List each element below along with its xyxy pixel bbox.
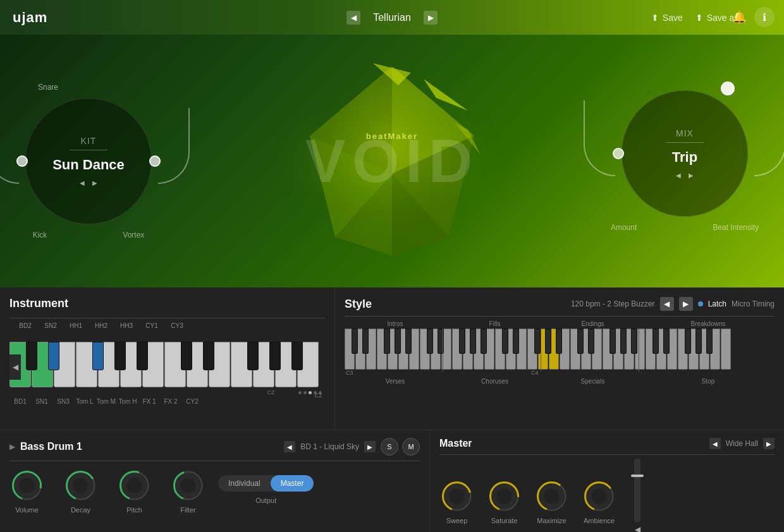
style-section-separator-0 [443,329,443,372]
svg-point-29 [450,489,465,504]
solo-button[interactable]: S [381,438,398,456]
black-key-4[interactable] [114,342,126,370]
output-label: Output [255,497,276,504]
style-section-separator-2 [639,329,639,372]
style-black-key-24[interactable] [609,329,616,354]
reverb-next-button[interactable]: ▶ [763,438,775,449]
output-section: Individual Master Output [218,475,314,504]
style-black-key-15[interactable] [513,329,519,354]
style-black-key-17[interactable] [534,329,541,354]
mute-button[interactable]: M [402,438,420,456]
mix-title: Mix [676,128,694,138]
style-black-key-28[interactable] [652,329,659,354]
right-bottom-labels: Amount Beat Intensity [611,223,759,232]
volume-fader[interactable] [634,459,640,522]
style-black-key-7[interactable] [427,329,433,354]
black-key-12[interactable] [291,342,303,370]
style-black-key-33[interactable] [706,329,713,354]
kit-prev-button[interactable]: ◀ [80,179,85,186]
maximize-knob-item: Maximize [534,479,569,524]
decay-knob[interactable] [63,468,98,503]
style-black-key-31[interactable] [685,329,691,354]
style-black-key-29[interactable] [663,329,670,354]
mix-arc-right [754,100,784,176]
style-keyboard[interactable]: C3C4 [345,329,775,376]
filter-knob[interactable] [171,468,205,503]
decay-label: Decay [71,506,90,514]
black-key-11[interactable] [269,342,281,370]
master-title: Master [439,438,472,449]
info-icon: ℹ [763,11,766,23]
preset-name: Tellurian [367,12,417,23]
style-black-key-4[interactable] [395,329,401,354]
amount-label: Amount [611,223,637,232]
master-toggle-button[interactable]: Master [271,475,314,492]
style-bottom-labels: Verses Choruses Specials Stop [345,378,775,385]
style-black-key-26[interactable] [631,329,637,354]
style-black-key-1[interactable] [362,329,369,354]
mix-next-button[interactable]: ▶ [689,172,694,179]
mix-control[interactable]: Mix Trip ◀ ▶ [622,90,748,217]
style-black-key-10[interactable] [459,329,465,354]
style-white-key-35[interactable] [721,329,731,370]
style-black-key-5[interactable] [405,329,412,354]
black-key-3[interactable] [92,342,104,370]
individual-button[interactable]: Individual [218,475,271,492]
bd-preset-prev[interactable]: ◀ [284,441,295,452]
style-black-key-11[interactable] [470,329,476,354]
c4-note-label: C4 [531,370,539,376]
maximize-knob[interactable] [534,479,569,514]
volume-knob[interactable] [9,468,44,503]
style-black-key-18[interactable] [545,329,551,354]
keyboard-scroll-left[interactable]: ◀ [9,354,21,380]
master-controls-row: Sweep Saturate [439,459,775,532]
style-bpm-next[interactable]: ▶ [679,297,693,311]
key-label-hh3: HH3 [114,322,139,329]
style-black-key-21[interactable] [577,329,584,354]
ambience-knob[interactable] [582,479,616,514]
intros-label: Intros [345,320,446,327]
bass-drum-right: ◀ BD 1 - Liquid Sky ▶ S M [284,438,420,456]
style-black-key-25[interactable] [620,329,627,354]
instrument-keyboard[interactable]: C2◀ [9,342,325,396]
notifications-button[interactable]: 🔔 [729,7,749,27]
preset-next-button[interactable]: ▶ [424,11,438,25]
style-black-key-3[interactable] [384,329,390,354]
pitch-knob[interactable] [117,468,152,503]
style-black-key-19[interactable] [556,329,562,354]
key-label-tom-l: Tom L [74,398,95,405]
sweep-knob[interactable] [439,479,474,514]
black-key-10[interactable] [247,342,259,370]
reverb-prev-button[interactable]: ◀ [709,438,721,449]
c2-note-label: C2 [267,389,274,396]
style-black-key-12[interactable] [481,329,487,354]
black-key-8[interactable] [203,342,214,370]
style-black-key-0[interactable] [352,329,358,354]
key-labels-top: BD2 SN2 HH1 HH2 HH3 CY1 CY3 [9,322,325,329]
info-button[interactable]: ℹ [754,7,775,27]
black-key-0[interactable] [26,342,37,370]
style-bpm-prev[interactable]: ◀ [660,297,674,311]
snare-label: Snare [38,83,58,92]
style-black-key-32[interactable] [695,329,702,354]
style-black-key-14[interactable] [502,329,508,354]
bd-preset-next[interactable]: ▶ [364,441,376,452]
instrument-title: Instrument [9,297,68,310]
kit-next-button[interactable]: ▶ [92,179,97,186]
saturate-knob[interactable] [487,479,522,514]
black-key-5[interactable] [137,342,148,370]
save-button[interactable]: ⬆ Save [651,13,683,23]
key-label-fx1: FX 1 [138,398,160,405]
black-key-1[interactable] [48,342,59,370]
svg-point-33 [497,489,512,504]
filter-knob-item: Filter [171,468,205,514]
mix-prev-button[interactable]: ◀ [676,172,681,179]
fader-handle [631,475,644,477]
kit-control[interactable]: Kit Sun Dance ◀ ▶ [25,98,152,224]
breakdowns-label: Breakdowns [642,320,775,327]
black-key-7[interactable] [181,342,192,370]
pitch-knob-item: Pitch [117,468,152,514]
style-black-key-22[interactable] [588,329,594,354]
key-label-sn1: SN1 [31,398,52,405]
preset-prev-button[interactable]: ◀ [346,11,360,25]
